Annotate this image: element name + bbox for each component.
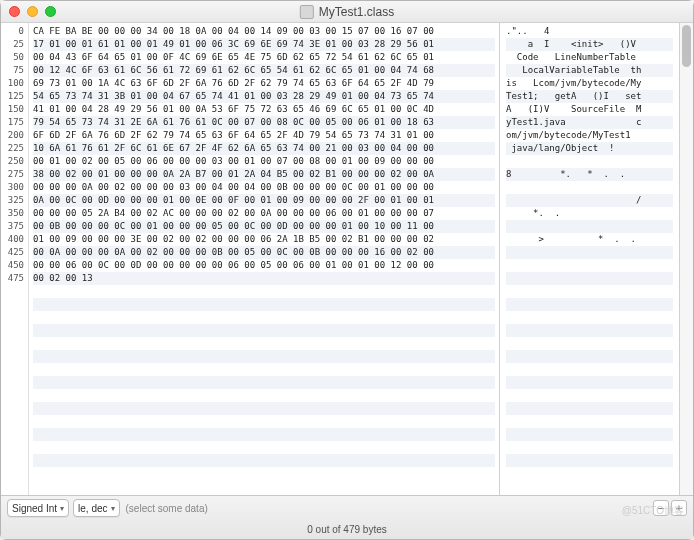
offset-label: 75 bbox=[1, 64, 24, 77]
ascii-row[interactable] bbox=[506, 220, 673, 233]
minimize-icon[interactable] bbox=[27, 6, 38, 17]
ascii-row[interactable]: LocalVariableTable th bbox=[506, 64, 673, 77]
file-icon bbox=[300, 5, 314, 19]
hex-pane[interactable]: CA FE BA BE 00 00 00 34 00 18 0A 00 04 0… bbox=[29, 23, 499, 495]
chevron-down-icon: ▾ bbox=[60, 504, 64, 513]
offset-label: 350 bbox=[1, 207, 24, 220]
ascii-row[interactable]: om/jvm/bytecode/MyTest1 bbox=[506, 129, 673, 142]
offset-label: 475 bbox=[1, 272, 24, 285]
ascii-row[interactable]: a I <init> ()V bbox=[506, 38, 673, 51]
ascii-row[interactable]: 8 *. * . . bbox=[506, 168, 673, 181]
close-icon[interactable] bbox=[9, 6, 20, 17]
ascii-row[interactable] bbox=[506, 246, 673, 259]
scrollbar-thumb[interactable] bbox=[682, 25, 691, 67]
footer-toolbar: Signed Int ▾ le, dec ▾ (select some data… bbox=[1, 496, 693, 520]
ascii-row[interactable] bbox=[506, 155, 673, 168]
hex-row[interactable]: 00 0A 00 00 00 0A 00 02 00 00 00 0B 00 0… bbox=[33, 246, 495, 259]
hex-row[interactable]: 00 12 4C 6F 63 61 6C 56 61 72 69 61 62 6… bbox=[33, 64, 495, 77]
hex-row[interactable]: 69 73 01 00 1A 4C 63 6F 6D 2F 6A 76 6D 2… bbox=[33, 77, 495, 90]
offset-label: 50 bbox=[1, 51, 24, 64]
ascii-row[interactable] bbox=[506, 272, 673, 285]
hex-row[interactable]: 00 04 43 6F 64 65 01 00 0F 4C 69 6E 65 4… bbox=[33, 51, 495, 64]
hex-row[interactable]: 38 00 02 00 01 00 00 00 0A 2A B7 00 01 2… bbox=[33, 168, 495, 181]
offset-label: 125 bbox=[1, 90, 24, 103]
offset-label: 400 bbox=[1, 233, 24, 246]
ascii-row[interactable]: is Lcom/jvm/bytecode/My bbox=[506, 77, 673, 90]
hex-row[interactable]: 00 0B 00 00 00 0C 00 01 00 00 00 05 00 0… bbox=[33, 220, 495, 233]
hex-row[interactable]: 0A 00 0C 00 0D 00 00 00 01 00 0E 00 0F 0… bbox=[33, 194, 495, 207]
ascii-pane[interactable]: .".. 4 a I <init> ()V Code LineNumberTab… bbox=[499, 23, 679, 495]
offset-label: 425 bbox=[1, 246, 24, 259]
offset-label: 175 bbox=[1, 116, 24, 129]
ascii-row[interactable]: yTest1.java c bbox=[506, 116, 673, 129]
ascii-row[interactable]: *. . bbox=[506, 207, 673, 220]
hex-row[interactable]: 00 02 00 13 bbox=[33, 272, 495, 285]
endian-select-label: le, dec bbox=[78, 503, 107, 514]
ascii-row[interactable]: / bbox=[506, 194, 673, 207]
offset-label: 325 bbox=[1, 194, 24, 207]
offset-label: 200 bbox=[1, 129, 24, 142]
offset-label: 250 bbox=[1, 155, 24, 168]
hex-row[interactable]: 79 54 65 73 74 31 2E 6A 61 76 61 0C 00 0… bbox=[33, 116, 495, 129]
ascii-row[interactable]: > * . . bbox=[506, 233, 673, 246]
ascii-row[interactable]: Code LineNumberTable bbox=[506, 51, 673, 64]
ascii-row[interactable]: java/lang/Object ! bbox=[506, 142, 673, 155]
selection-hint: (select some data) bbox=[126, 503, 208, 514]
titlebar: MyTest1.class bbox=[1, 1, 693, 23]
hex-row[interactable]: CA FE BA BE 00 00 00 34 00 18 0A 00 04 0… bbox=[33, 25, 495, 38]
offset-label: 375 bbox=[1, 220, 24, 233]
offset-label: 300 bbox=[1, 181, 24, 194]
hex-row[interactable]: 00 01 00 02 00 05 00 06 00 00 00 03 00 0… bbox=[33, 155, 495, 168]
offset-label: 225 bbox=[1, 142, 24, 155]
ascii-row[interactable] bbox=[506, 259, 673, 272]
chevron-down-icon: ▾ bbox=[111, 504, 115, 513]
ascii-row[interactable]: Test1; getA ()I set bbox=[506, 90, 673, 103]
offset-label: 275 bbox=[1, 168, 24, 181]
hex-row[interactable]: 00 00 00 0A 00 02 00 00 00 03 00 04 00 0… bbox=[33, 181, 495, 194]
window-controls bbox=[9, 6, 56, 17]
hex-row[interactable]: 6F 6D 2F 6A 76 6D 2F 62 79 74 65 63 6F 6… bbox=[33, 129, 495, 142]
format-select[interactable]: Signed Int ▾ bbox=[7, 499, 69, 517]
watermark: @51CTO博客 bbox=[622, 504, 684, 518]
ascii-row[interactable]: .".. 4 bbox=[506, 25, 673, 38]
hex-row[interactable]: 00 00 00 05 2A B4 00 02 AC 00 00 00 02 0… bbox=[33, 207, 495, 220]
offset-label: 25 bbox=[1, 38, 24, 51]
ascii-row[interactable] bbox=[506, 181, 673, 194]
scrollbar[interactable] bbox=[679, 23, 693, 495]
hex-row[interactable]: 41 01 00 04 28 49 29 56 01 00 0A 53 6F 7… bbox=[33, 103, 495, 116]
hex-row[interactable]: 17 01 00 01 61 01 00 01 49 01 00 06 3C 6… bbox=[33, 38, 495, 51]
zoom-icon[interactable] bbox=[45, 6, 56, 17]
hex-row[interactable]: 01 00 09 00 00 00 3E 00 02 00 02 00 00 0… bbox=[33, 233, 495, 246]
offset-gutter: 0255075100125150175200225250275300325350… bbox=[1, 23, 29, 495]
hex-row[interactable]: 54 65 73 74 31 3B 01 00 04 67 65 74 41 0… bbox=[33, 90, 495, 103]
title-text: MyTest1.class bbox=[319, 5, 394, 19]
window-title: MyTest1.class bbox=[300, 5, 394, 19]
status-text: 0 out of 479 bytes bbox=[307, 524, 387, 535]
endian-select[interactable]: le, dec ▾ bbox=[73, 499, 119, 517]
ascii-row[interactable]: A (I)V SourceFile M bbox=[506, 103, 673, 116]
status-bar: 0 out of 479 bytes bbox=[1, 520, 693, 538]
offset-label: 100 bbox=[1, 77, 24, 90]
hex-row[interactable]: 10 6A 61 76 61 2F 6C 61 6E 67 2F 4F 62 6… bbox=[33, 142, 495, 155]
offset-label: 150 bbox=[1, 103, 24, 116]
offset-label: 0 bbox=[1, 25, 24, 38]
offset-label: 450 bbox=[1, 259, 24, 272]
format-select-label: Signed Int bbox=[12, 503, 57, 514]
hex-row[interactable]: 00 00 06 00 0C 00 0D 00 00 00 00 00 06 0… bbox=[33, 259, 495, 272]
